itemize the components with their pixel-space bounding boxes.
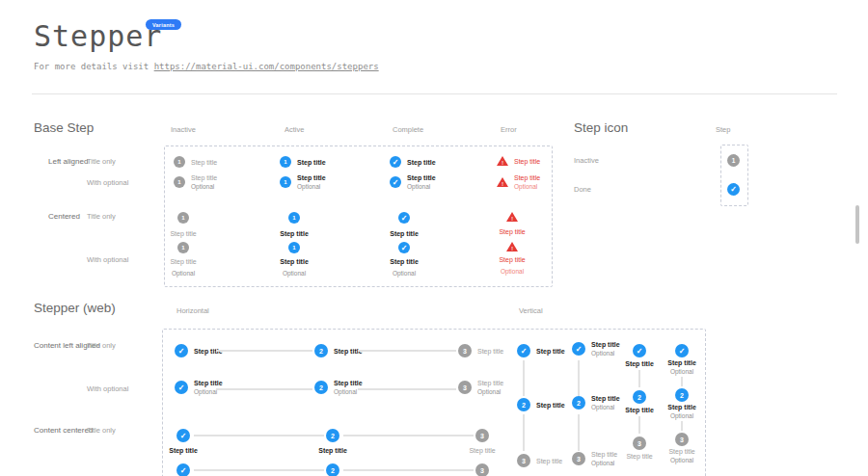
connector-line <box>358 350 456 352</box>
warning-triangle-icon: ! <box>506 242 518 251</box>
step-active-title: 1 Step title <box>280 156 326 168</box>
row-variant-title-only: Title only <box>87 157 116 166</box>
step-number-icon: 2 <box>314 344 328 357</box>
check-icon: ✓ <box>390 176 401 188</box>
step-centered-inactive-title: 1 Step title <box>154 212 212 237</box>
connector-line <box>523 414 525 451</box>
col-header-vertical: Vertical <box>519 306 543 315</box>
check-icon: ✓ <box>572 342 585 356</box>
step-number-icon: 1 <box>174 156 185 168</box>
step-complete-optional: ✓ Step title Optional <box>390 174 436 190</box>
step-centered-active-optional: 1 Step title Optional <box>265 242 323 277</box>
step-number-icon: 2 <box>326 463 339 476</box>
check-icon: ✓ <box>633 344 646 357</box>
step-centered-active-title: 1 Step title <box>265 212 323 237</box>
step-number-icon: 2 <box>326 429 339 442</box>
step-number-icon: 2 <box>572 396 585 410</box>
hstep-2-active-optional: 2 Step title Optional <box>314 380 363 395</box>
check-icon: ✓ <box>675 344 689 357</box>
check-icon: ✓ <box>398 242 410 253</box>
row-group-centered: Centered <box>48 212 80 221</box>
connector-line <box>523 360 525 396</box>
step-active-optional: 1 Step title Optional <box>280 174 326 190</box>
step-number-icon: 1 <box>177 242 189 253</box>
check-icon: ✓ <box>176 463 190 476</box>
subtitle-text: For more details visit <box>34 62 149 71</box>
row-variant-title-only: Title only <box>87 341 116 350</box>
row-variant-with-optional: With optional <box>87 178 128 187</box>
step-inactive-optional: 1 Step title Optional <box>174 174 217 190</box>
variants-badge: Variants <box>146 19 181 30</box>
vstep2-2-active-optional: 2 Step title Optional <box>572 395 620 410</box>
step-number-icon: 2 <box>675 388 689 402</box>
col-header-complete: Complete <box>393 125 423 134</box>
step-number-icon: 1 <box>288 212 300 224</box>
hstep-centered-3-inactive-optional: 3 Step title Optional <box>453 463 511 476</box>
step-number-icon: 1 <box>177 212 189 224</box>
step-number-icon: 2 <box>314 381 328 394</box>
step-number-icon: 3 <box>517 454 530 467</box>
step-number-icon: 2 <box>633 390 646 404</box>
check-icon: ✓ <box>176 429 190 442</box>
row-variant-title-only: Title only <box>87 212 116 221</box>
check-icon: ✓ <box>517 344 530 357</box>
check-icon: ✓ <box>727 183 740 196</box>
row-variant-with-optional: With optional <box>87 255 128 264</box>
vstep4-centered-optional: ✓ Step title Optional 2 Step title Optio… <box>658 344 706 463</box>
stepper-web-heading: Stepper (web) <box>34 301 116 315</box>
check-icon: ✓ <box>398 212 410 224</box>
hstep-3-inactive: 3 Step title <box>458 344 503 357</box>
row-variant-with-optional: With optional <box>87 384 128 393</box>
warning-triangle-icon: ! <box>497 156 508 166</box>
step-number-icon: 3 <box>633 436 646 450</box>
connector-line <box>578 414 580 451</box>
page-title: Stepper <box>34 19 162 53</box>
row-label-done: Done <box>574 185 591 194</box>
step-centered-inactive-optional: 1 Step title Optional <box>154 242 212 277</box>
connector-line <box>216 350 312 352</box>
warning-triangle-icon: ! <box>497 177 508 187</box>
row-group-content-centered: Content centered <box>34 426 93 435</box>
check-icon: ✓ <box>175 381 188 394</box>
connector-line <box>578 360 580 396</box>
step-inactive-title: 1 Step title <box>174 156 217 168</box>
step-number-icon: 1 <box>280 176 291 188</box>
hstep-centered-1-complete: ✓ Step title <box>154 429 212 454</box>
connector-line <box>681 421 683 431</box>
step-error-optional: ! Step title Optional <box>497 174 540 190</box>
vstep2-1-complete-optional: ✓ Step title Optional <box>572 341 620 357</box>
warning-triangle-icon: ! <box>506 212 518 222</box>
vstep2-3-inactive-optional: 3 Step title Optional <box>572 451 617 466</box>
connector-line <box>358 388 456 390</box>
hstep-3-inactive-optional: 3 Step title Optional <box>458 380 503 395</box>
col-header-horizontal: Horizontal <box>176 306 209 315</box>
connector-line <box>638 416 640 434</box>
check-icon: ✓ <box>175 344 188 357</box>
connector-line <box>681 377 683 386</box>
vstep1-2-active: 2 Step title <box>517 398 565 411</box>
col-header-active: Active <box>285 125 304 134</box>
col-header-step: Step <box>716 125 730 134</box>
step-number-icon: 3 <box>475 429 489 442</box>
step-centered-complete-title: ✓ Step title <box>375 212 433 237</box>
material-ui-link[interactable]: https://material-ui.com/components/stepp… <box>154 62 379 71</box>
row-label-inactive: Inactive <box>574 156 599 165</box>
col-header-error: Error <box>501 125 517 134</box>
step-icon-heading: Step icon <box>574 120 628 135</box>
connector-line <box>216 388 312 390</box>
step-number-icon: 3 <box>475 463 489 476</box>
step-number-icon: 3 <box>458 381 472 394</box>
vstep1-1-complete: ✓ Step title <box>517 344 565 357</box>
check-icon: ✓ <box>390 156 401 168</box>
step-number-icon: 3 <box>458 344 472 357</box>
row-group-left-aligned: Left aligned <box>48 157 88 166</box>
step-centered-error-optional: ! Step title Optional <box>483 242 541 275</box>
step-error-title: ! Step title <box>497 156 540 166</box>
hstep-centered-2-active: 2 Step title <box>304 429 362 454</box>
hstep-centered-3-inactive: 3 Step title <box>453 429 511 454</box>
hstep-1-complete-optional: ✓ Step title Optional <box>175 380 223 395</box>
step-complete-title: ✓ Step title <box>390 156 436 168</box>
vertical-scrollbar[interactable] <box>855 205 859 244</box>
base-step-heading: Base Step <box>34 120 94 135</box>
col-header-inactive: Inactive <box>171 125 196 134</box>
